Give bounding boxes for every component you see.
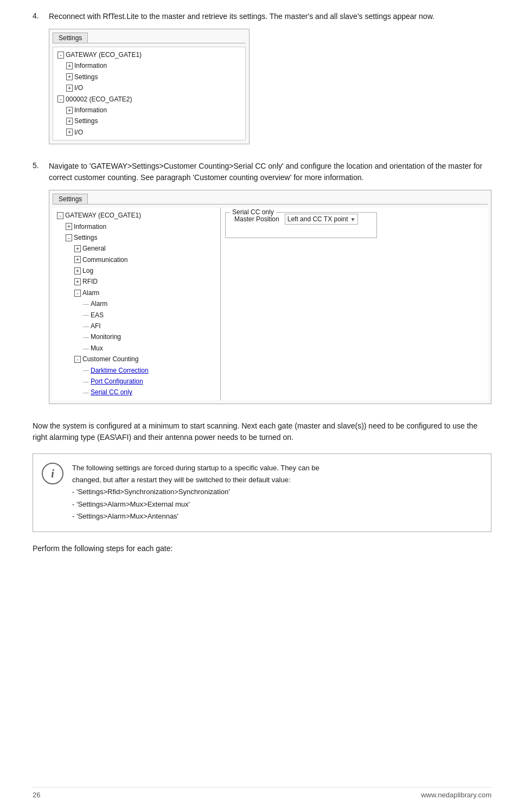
tree-node: —Serial CC only: [57, 387, 216, 398]
tree-icon: +: [66, 127, 73, 137]
step-4-text: Reconnect with RfTest.Lite to the master…: [49, 11, 491, 22]
page-number: 26: [33, 791, 40, 799]
tree-node: -Alarm: [57, 287, 216, 298]
tree-node-label: Mux: [91, 343, 103, 354]
tree-icon: -: [74, 289, 81, 298]
serial-cc-box-title: Serial CC only: [230, 208, 276, 216]
step-5-screenshot: Settings -GATEWAY (ECO_GATE1)+Informatio…: [49, 190, 491, 404]
tree-icon: —: [83, 299, 89, 309]
info-line-1: The following settings are forced during…: [72, 463, 319, 474]
step-5: 5. Navigate to 'GATEWAY>Settings>Custome…: [33, 161, 491, 411]
tree-node-label: I/O: [74, 127, 83, 138]
step-5-content: Navigate to 'GATEWAY>Settings>Customer C…: [49, 161, 491, 411]
two-panel: -GATEWAY (ECO_GATE1)+Information-Setting…: [53, 208, 488, 400]
tree-icon: -: [66, 233, 72, 242]
info-box-text: The following settings are forced during…: [72, 463, 319, 523]
tree-node-label: Settings: [74, 116, 98, 126]
tree-node: +Settings: [57, 116, 241, 126]
tree-node-label: GATEWAY (ECO_GATE1): [66, 49, 142, 60]
tree-node: +Information: [57, 221, 216, 232]
tree-node: —Alarm: [57, 298, 216, 309]
tree-node-label: General: [82, 243, 106, 254]
tree-node-label: Information: [74, 105, 107, 116]
step-5-number: 5.: [33, 161, 49, 411]
website: www.nedaplibrary.com: [421, 791, 491, 799]
info-line-2: changed, but after a restart they will b…: [72, 475, 319, 485]
tree-icon: -: [57, 211, 63, 220]
tree-icon: —: [83, 310, 89, 320]
tree-node-label: Darktime Correction: [91, 365, 149, 376]
tree-node: +Log: [57, 265, 216, 276]
tree-icon: +: [66, 222, 72, 231]
tree-node: -GATEWAY (ECO_GATE1): [57, 210, 216, 221]
tree-1: -GATEWAY (ECO_GATE1)+Information+Setting…: [53, 47, 246, 140]
tree-icon: +: [66, 106, 73, 115]
perform-text: Perform the following steps for each gat…: [33, 543, 491, 555]
master-position-label: Master Position: [234, 215, 279, 223]
tree-node: +Information: [57, 60, 241, 71]
tree-icon: +: [66, 72, 73, 81]
tree-icon: —: [83, 376, 89, 387]
tree-icon: +: [74, 266, 81, 276]
left-panel-tree: -GATEWAY (ECO_GATE1)+Information-Setting…: [53, 208, 221, 400]
right-panel: Serial CC only Master Position Left and …: [221, 208, 488, 400]
tree-node: —Mux: [57, 343, 216, 354]
tree-node: -GATEWAY (ECO_GATE1): [57, 49, 241, 60]
tree-node: +RFID: [57, 276, 216, 287]
step-4-content: Reconnect with RfTest.Lite to the master…: [49, 11, 491, 151]
tree-node: -000002 (ECO_GATE2): [57, 94, 241, 105]
tree-node: -Settings: [57, 232, 216, 243]
tree-icon: —: [83, 365, 89, 375]
dropdown-arrow-icon: ▼: [350, 216, 356, 222]
tree-icon: —: [83, 343, 89, 354]
tree-node: +I/O: [57, 82, 241, 93]
tree-node-label: Monitoring: [91, 331, 121, 342]
tree-node: +I/O: [57, 127, 241, 138]
tree-icon: -: [74, 355, 81, 364]
tree-node: +General: [57, 243, 216, 254]
dropdown-value: Left and CC TX point: [287, 215, 348, 223]
page-footer: 26 www.nedaplibrary.com: [33, 787, 491, 799]
tree-icon: +: [66, 117, 73, 126]
tree-node: +Settings: [57, 72, 241, 82]
step-4-screenshot: Settings -GATEWAY (ECO_GATE1)+Informatio…: [49, 29, 250, 144]
tree-node-label: Settings: [74, 232, 97, 243]
step-4-number: 4.: [33, 11, 49, 151]
tree-node: —Darktime Correction: [57, 365, 216, 376]
tab-bar-2: Settings: [53, 194, 488, 204]
tree-node-label: I/O: [74, 82, 83, 93]
tree-node-label: Serial CC only: [91, 387, 132, 398]
tree-node-label: Alarm: [82, 287, 99, 298]
tab-bar-1: Settings: [53, 33, 246, 43]
body-text: Now the system is configured at a minimu…: [33, 420, 491, 444]
tree-node: —Monitoring: [57, 331, 216, 342]
tree-node-label: AFI: [91, 321, 101, 331]
info-item-3: - 'Settings>Alarm>Mux>Antennas': [72, 511, 319, 522]
tree-node-label: Customer Counting: [82, 354, 138, 365]
tree-node-label: Alarm: [91, 298, 107, 309]
tree-icon: +: [74, 255, 81, 264]
tree-node-label: 000002 (ECO_GATE2): [66, 94, 132, 105]
step-5-text: Navigate to 'GATEWAY>Settings>Customer C…: [49, 161, 491, 183]
tree-node-label: GATEWAY (ECO_GATE1): [65, 210, 141, 221]
tree-icon: +: [74, 244, 81, 253]
info-box: i The following settings are forced duri…: [33, 453, 491, 532]
master-position-dropdown[interactable]: Left and CC TX point ▼: [285, 214, 359, 225]
tree-node-label: Information: [74, 60, 107, 71]
tree-node-label: EAS: [91, 310, 104, 321]
tree-icon: -: [57, 94, 64, 104]
tree-node: +Information: [57, 105, 241, 116]
tree-node: +Communication: [57, 254, 216, 265]
step-4: 4. Reconnect with RfTest.Lite to the mas…: [33, 11, 491, 151]
settings-tab-1: Settings: [53, 33, 88, 43]
tree-icon: -: [57, 50, 64, 60]
tree-node-label: RFID: [82, 276, 98, 287]
tree-node-label: Information: [74, 221, 106, 232]
tree-icon: —: [83, 332, 89, 342]
info-icon: i: [42, 463, 63, 484]
tree-node: —EAS: [57, 310, 216, 321]
tree-icon: +: [74, 277, 81, 286]
settings-tab-2: Settings: [53, 194, 88, 204]
info-item-1: - 'Settings>Rfid>Synchronization>Synchro…: [72, 487, 319, 497]
tree-node: —AFI: [57, 321, 216, 331]
